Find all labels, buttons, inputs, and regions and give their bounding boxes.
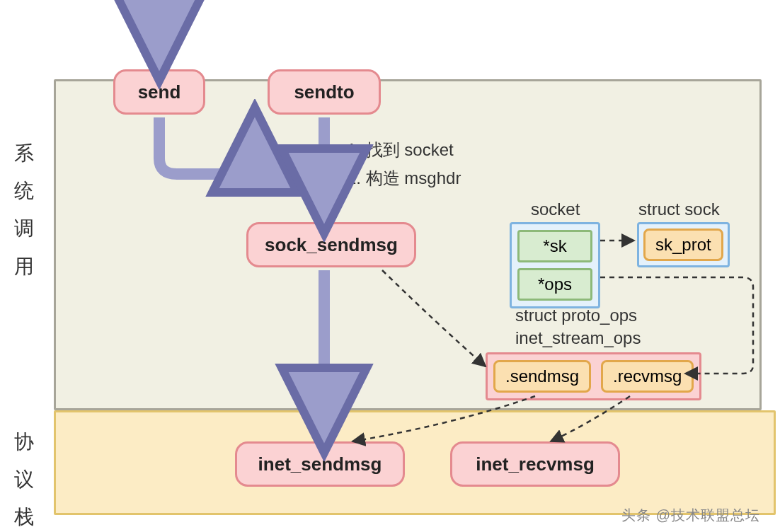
field-ops: *ops xyxy=(517,268,592,301)
struct-socket: *sk *ops xyxy=(510,222,600,308)
node-sendto: sendto xyxy=(268,69,381,115)
title-proto-ops-1: struct proto_ops xyxy=(515,306,637,325)
struct-sock: sk_prot xyxy=(637,222,730,267)
struct-proto-ops: .sendmsg .recvmsg xyxy=(486,352,701,400)
node-inet-recvmsg: inet_recvmsg xyxy=(450,441,620,487)
diagram-canvas: 系统调用 协议栈 send sendto sock_sendmsg inet_s… xyxy=(0,0,780,532)
zone-protocol xyxy=(54,410,776,515)
node-sock-sendmsg: sock_sendmsg xyxy=(246,222,416,267)
label-protocol: 协议栈 xyxy=(13,423,35,532)
title-socket: socket xyxy=(531,200,580,219)
field-recvmsg: .recvmsg xyxy=(601,360,694,393)
annotation-step1: 1. 找到 socket xyxy=(347,139,454,161)
label-syscall: 系统调用 xyxy=(13,134,35,285)
title-struct-sock: struct sock xyxy=(638,200,720,219)
node-send: send xyxy=(113,69,205,115)
field-sk-prot: sk_prot xyxy=(643,229,723,261)
title-proto-ops-2: inet_stream_ops xyxy=(515,328,641,348)
watermark: 头条 @技术联盟总坛 xyxy=(621,506,760,525)
annotation-step2: 2. 构造 msghdr xyxy=(347,167,461,190)
field-sk: *sk xyxy=(517,230,592,262)
field-sendmsg: .sendmsg xyxy=(493,360,591,393)
node-inet-sendmsg: inet_sendmsg xyxy=(235,441,405,487)
